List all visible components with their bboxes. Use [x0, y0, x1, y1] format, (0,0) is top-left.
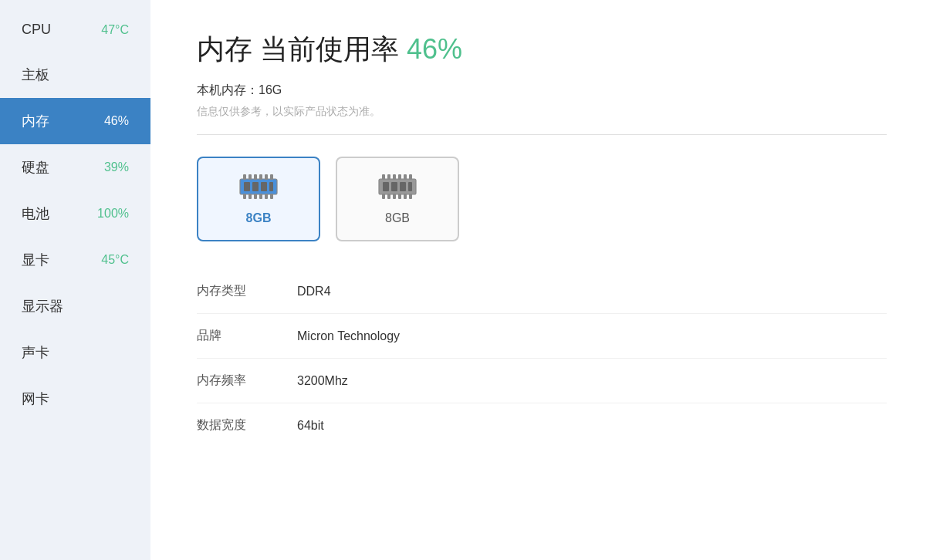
sidebar-label-motherboard: 主板 [22, 66, 49, 84]
svg-rect-5 [265, 174, 268, 180]
info-val-0: DDR4 [297, 285, 331, 299]
sidebar-label-memory: 内存 [22, 112, 49, 130]
sidebar-item-cpu[interactable]: CPU47°C [0, 8, 150, 52]
sidebar-item-disk[interactable]: 硬盘39% [0, 144, 150, 191]
svg-rect-27 [398, 194, 401, 199]
info-row-3: 数据宽度64bit [197, 403, 887, 447]
svg-rect-7 [243, 194, 246, 199]
svg-rect-25 [387, 194, 390, 199]
usage-percent: 46% [407, 33, 462, 65]
svg-rect-20 [393, 174, 396, 180]
svg-rect-23 [409, 174, 412, 180]
svg-rect-9 [254, 194, 257, 199]
sidebar-value-battery: 100% [97, 207, 129, 221]
info-val-3: 64bit [297, 419, 324, 433]
svg-rect-21 [398, 174, 401, 180]
svg-rect-15 [261, 182, 267, 191]
svg-rect-28 [404, 194, 407, 199]
sidebar-value-gpu: 45°C [101, 253, 129, 267]
svg-rect-4 [259, 174, 262, 180]
svg-rect-16 [269, 182, 273, 191]
sidebar-label-battery: 电池 [22, 204, 49, 223]
svg-rect-10 [259, 194, 262, 199]
svg-rect-31 [391, 182, 397, 191]
svg-rect-12 [270, 194, 273, 199]
info-key-0: 内存类型 [197, 283, 297, 299]
sidebar-label-cpu: CPU [22, 22, 51, 38]
info-key-3: 数据宽度 [197, 417, 297, 433]
svg-rect-26 [393, 194, 396, 199]
page-title-prefix: 内存 当前使用率 [197, 33, 399, 65]
svg-rect-24 [382, 194, 385, 199]
svg-rect-29 [409, 194, 412, 199]
svg-rect-14 [252, 182, 259, 191]
sidebar: CPU47°C主板内存46%硬盘39%电池100%显卡45°C显示器声卡网卡 [0, 0, 150, 560]
svg-rect-6 [270, 174, 273, 180]
info-val-1: Micron Technology [297, 329, 400, 343]
sidebar-item-monitor[interactable]: 显示器 [0, 283, 150, 329]
info-row-1: 品牌Micron Technology [197, 314, 887, 359]
sidebar-item-soundcard[interactable]: 声卡 [0, 329, 150, 376]
sidebar-item-battery[interactable]: 电池100% [0, 191, 150, 237]
main-content: 内存 当前使用率 46% 本机内存：16G 信息仅供参考，以实际产品状态为准。 [150, 0, 933, 560]
info-table: 内存类型DDR4品牌Micron Technology内存频率3200Mhz数据… [197, 269, 887, 447]
sidebar-item-network[interactable]: 网卡 [0, 376, 150, 422]
info-row-2: 内存频率3200Mhz [197, 359, 887, 403]
notice: 信息仅供参考，以实际产品状态为准。 [197, 105, 887, 119]
sidebar-value-disk: 39% [104, 160, 129, 174]
svg-rect-19 [387, 174, 390, 180]
svg-rect-18 [382, 174, 385, 180]
info-key-1: 品牌 [197, 328, 297, 344]
info-key-2: 内存频率 [197, 373, 297, 389]
sidebar-label-monitor: 显示器 [22, 297, 63, 315]
svg-rect-32 [400, 182, 406, 191]
sidebar-item-motherboard[interactable]: 主板 [0, 52, 150, 98]
page-title: 内存 当前使用率 46% [197, 31, 887, 69]
svg-rect-1 [243, 174, 246, 180]
sidebar-value-memory: 46% [104, 114, 129, 128]
svg-rect-13 [244, 182, 250, 191]
svg-rect-2 [248, 174, 252, 180]
sidebar-label-disk: 硬盘 [22, 158, 49, 177]
slot-label-2: 8GB [385, 211, 410, 225]
slot-label-1: 8GB [246, 211, 272, 225]
svg-rect-33 [408, 182, 412, 191]
sidebar-item-gpu[interactable]: 显卡45°C [0, 237, 150, 283]
svg-rect-22 [404, 174, 407, 180]
memory-slots: 8GB 8GB [197, 157, 887, 241]
sidebar-item-memory[interactable]: 内存46% [0, 98, 150, 144]
svg-rect-11 [265, 194, 268, 199]
sidebar-label-network: 网卡 [22, 390, 49, 408]
memory-slot-1[interactable]: 8GB [197, 157, 320, 241]
sidebar-label-soundcard: 声卡 [22, 343, 49, 362]
divider [197, 134, 887, 135]
svg-rect-3 [254, 174, 257, 180]
ram-icon-1 [238, 173, 279, 204]
svg-rect-8 [248, 194, 252, 199]
svg-rect-30 [383, 182, 389, 191]
sidebar-value-cpu: 47°C [101, 23, 129, 37]
memory-slot-2[interactable]: 8GB [336, 157, 459, 241]
ram-icon-2 [377, 173, 417, 204]
info-val-2: 3200Mhz [297, 374, 348, 388]
sidebar-label-gpu: 显卡 [22, 251, 49, 269]
info-row-0: 内存类型DDR4 [197, 269, 887, 314]
subtitle: 本机内存：16G [197, 83, 887, 99]
